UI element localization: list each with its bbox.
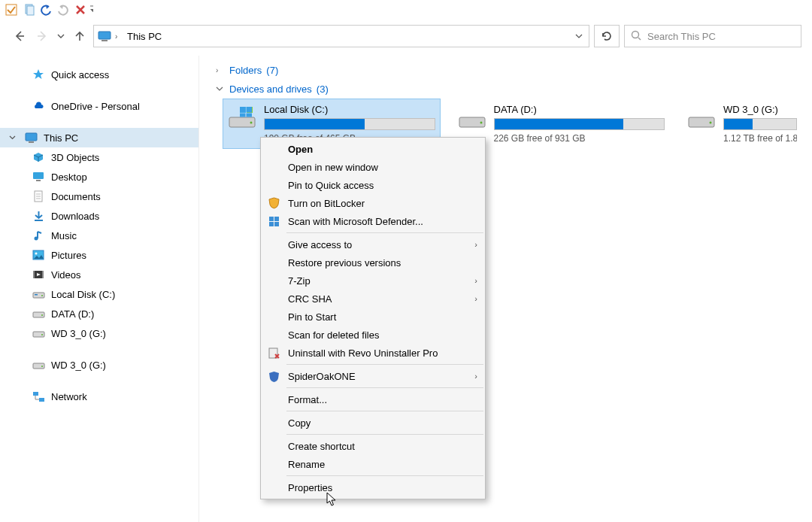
svg-rect-10 xyxy=(26,133,37,141)
drive-name: Local Disk (C:) xyxy=(264,104,435,115)
star-icon xyxy=(32,68,45,81)
ctx-label: Pin to Start xyxy=(288,311,336,323)
svg-rect-7 xyxy=(102,40,108,41)
sidebar-item-label: This PC xyxy=(44,132,78,144)
sidebar-item-label: Local Disk (C:) xyxy=(51,289,115,300)
sidebar-item-documents[interactable]: Documents xyxy=(0,187,198,206)
sidebar-item-label: Documents xyxy=(51,191,101,202)
sidebar-item-this-pc[interactable]: This PC xyxy=(0,128,198,147)
ctx-revo-uninstaller[interactable]: Uninstall with Revo Uninstaller Pro xyxy=(261,344,485,362)
sidebar-item-local-disk-c[interactable]: Local Disk (C:) xyxy=(0,284,198,304)
group-count: (3) xyxy=(317,83,329,95)
ctx-open[interactable]: Open xyxy=(261,140,485,158)
qat-redo-icon[interactable] xyxy=(55,2,71,18)
sidebar-item-downloads[interactable]: Downloads xyxy=(0,206,198,226)
sidebar-item-label: Desktop xyxy=(51,171,87,183)
ctx-create-shortcut[interactable]: Create shortcut xyxy=(261,437,485,455)
qat-delete-icon[interactable] xyxy=(72,2,89,18)
chevron-down-icon[interactable] xyxy=(9,134,17,142)
breadcrumb-chevron-icon[interactable]: › xyxy=(115,32,123,41)
ctx-open-new-window[interactable]: Open in new window xyxy=(261,158,485,176)
cloud-icon xyxy=(32,99,45,113)
ctx-spideroak[interactable]: SpiderOakONE› xyxy=(261,367,485,385)
ctx-separator xyxy=(286,434,483,435)
breadcrumb-this-pc[interactable]: This PC xyxy=(126,31,569,42)
svg-rect-44 xyxy=(240,114,246,117)
drive-wd-g[interactable]: WD 3_0 (G:) 1.12 TB free of 1.8 xyxy=(683,99,801,148)
qat-customize-dropdown[interactable] xyxy=(89,3,93,17)
ctx-label: Format... xyxy=(288,394,327,405)
ctx-crc-sha[interactable]: CRC SHA› xyxy=(261,290,485,308)
ctx-copy[interactable]: Copy xyxy=(261,414,485,432)
group-label: Folders xyxy=(229,65,262,76)
ctx-bitlocker[interactable]: Turn on BitLocker xyxy=(261,194,485,212)
ctx-label: Create shortcut xyxy=(288,441,355,452)
drive-icon xyxy=(32,326,45,340)
ctx-scan-deleted[interactable]: Scan for deleted files xyxy=(261,326,485,344)
ctx-label: Rename xyxy=(288,459,325,470)
svg-point-21 xyxy=(35,253,38,255)
nav-up-button[interactable] xyxy=(71,27,89,45)
ctx-pin-start[interactable]: Pin to Start xyxy=(261,308,485,326)
svg-rect-43 xyxy=(247,107,253,113)
submenu-arrow-icon: › xyxy=(474,276,477,285)
ctx-7zip[interactable]: 7-Zip› xyxy=(261,272,485,290)
ctx-label: 7-Zip xyxy=(288,275,311,287)
desktop-icon xyxy=(32,170,45,184)
sidebar-item-pictures[interactable]: Pictures xyxy=(0,245,198,265)
ctx-rename[interactable]: Rename xyxy=(261,455,485,473)
search-placeholder: Search This PC xyxy=(647,31,716,42)
svg-point-31 xyxy=(41,334,43,335)
ctx-properties[interactable]: Properties xyxy=(261,478,485,496)
ctx-defender[interactable]: Scan with Microsoft Defender... xyxy=(261,212,485,230)
sidebar-item-videos[interactable]: Videos xyxy=(0,265,198,284)
svg-point-47 xyxy=(480,122,482,124)
ctx-restore-previous[interactable]: Restore previous versions xyxy=(261,253,485,272)
sidebar-item-music[interactable]: Music xyxy=(0,226,198,245)
ctx-label: SpiderOakONE xyxy=(288,371,356,382)
drive-usage-bar xyxy=(494,118,665,130)
svg-rect-42 xyxy=(240,107,246,113)
sidebar-item-wd-g-removable[interactable]: WD 3_0 (G:) xyxy=(0,355,198,375)
ctx-format[interactable]: Format... xyxy=(261,390,485,408)
refresh-button[interactable] xyxy=(594,25,620,47)
ctx-pin-quick-access[interactable]: Pin to Quick access xyxy=(261,176,485,194)
ctx-label: Copy xyxy=(288,417,311,429)
sidebar-item-label: WD 3_0 (G:) xyxy=(51,328,106,339)
sidebar-item-label: Downloads xyxy=(51,211,99,222)
submenu-arrow-icon: › xyxy=(474,240,477,249)
svg-rect-6 xyxy=(98,32,111,39)
sidebar-item-data-d[interactable]: DATA (D:) xyxy=(0,304,198,323)
drive-icon xyxy=(32,358,45,372)
nav-back-button[interactable] xyxy=(11,27,29,45)
svg-rect-50 xyxy=(269,217,274,221)
sidebar-item-label: 3D Objects xyxy=(51,152,99,163)
ctx-separator xyxy=(286,411,483,411)
sidebar-item-desktop[interactable]: Desktop xyxy=(0,167,198,187)
svg-rect-24 xyxy=(42,271,44,278)
qat-checkbox-icon[interactable] xyxy=(3,2,20,18)
revo-icon xyxy=(267,346,280,360)
address-dropdown-icon[interactable] xyxy=(572,32,586,40)
group-folders[interactable]: › Folders (7) xyxy=(216,65,801,76)
sidebar-item-label: Videos xyxy=(51,269,81,281)
sidebar-item-network[interactable]: Network xyxy=(0,387,198,406)
svg-rect-51 xyxy=(274,217,279,221)
svg-rect-34 xyxy=(33,392,38,396)
group-devices-drives[interactable]: Devices and drives (3) xyxy=(216,83,801,95)
address-bar[interactable]: › This PC xyxy=(93,25,589,47)
search-box[interactable]: Search This PC xyxy=(624,25,801,47)
ctx-give-access[interactable]: Give access to› xyxy=(261,235,485,253)
ctx-label: Restore previous versions xyxy=(288,257,401,269)
ctx-label: Scan for deleted files xyxy=(288,329,379,341)
ctx-separator xyxy=(286,475,483,476)
spideroak-icon xyxy=(267,369,280,383)
svg-point-37 xyxy=(250,122,253,124)
sidebar-item-wd-g[interactable]: WD 3_0 (G:) xyxy=(0,323,198,343)
sidebar-item-3d-objects[interactable]: 3D Objects xyxy=(0,147,198,167)
qat-copy-icon[interactable] xyxy=(20,2,37,18)
nav-recent-dropdown[interactable] xyxy=(56,27,66,45)
sidebar-item-onedrive[interactable]: OneDrive - Personal xyxy=(0,96,198,116)
qat-undo-icon[interactable] xyxy=(38,2,54,18)
sidebar-item-quick-access[interactable]: Quick access xyxy=(0,65,198,84)
